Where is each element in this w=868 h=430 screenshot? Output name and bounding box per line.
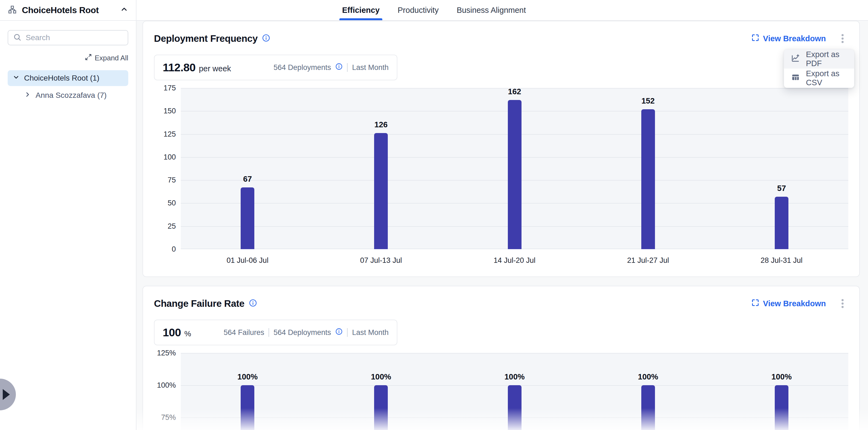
bar bbox=[508, 100, 522, 249]
x-axis-label: 28 Jul-31 Jul bbox=[761, 256, 802, 265]
bar bbox=[374, 133, 388, 249]
search-box bbox=[8, 30, 128, 45]
menu-item-label: Export as PDF bbox=[806, 50, 847, 68]
view-breakdown-label: View Breakdown bbox=[763, 34, 826, 43]
tab-business-alignment[interactable]: Business Alignment bbox=[454, 0, 529, 20]
bar bbox=[374, 385, 388, 430]
change-failure-rate-card: Change Failure Rate bbox=[143, 286, 860, 430]
sidebar-collapse-chevron-up-icon[interactable] bbox=[120, 5, 128, 15]
y-axis: 0255075100125150175 bbox=[154, 88, 176, 249]
plot-area: 6712616215257 bbox=[181, 88, 848, 249]
stat-value: 112.80 bbox=[163, 61, 195, 74]
bar-value-label: 100% bbox=[371, 372, 391, 382]
tab-bar: Efficiency Productivity Business Alignme… bbox=[339, 0, 529, 20]
deployment-frequency-card: Deployment Frequency bbox=[143, 21, 860, 277]
chevron-right-icon bbox=[24, 91, 31, 100]
x-axis-label: 01 Jul-06 Jul bbox=[227, 256, 269, 265]
sidebar-collapse-handle[interactable] bbox=[0, 378, 16, 410]
info-icon[interactable] bbox=[249, 299, 257, 308]
stat-value: 100 bbox=[163, 326, 181, 339]
bar-value-label: 67 bbox=[243, 174, 252, 184]
x-axis: 01 Jul-06 Jul07 Jul-13 Jul14 Jul-20 Jul2… bbox=[154, 249, 848, 267]
y-tick-label: 100% bbox=[157, 381, 176, 390]
y-tick-label: 150 bbox=[163, 107, 176, 115]
y-tick-label: 100 bbox=[163, 153, 176, 161]
y-tick-label: 125 bbox=[163, 130, 176, 138]
chart-export-icon bbox=[791, 54, 800, 64]
expand-all-icon bbox=[85, 54, 92, 63]
chevron-down-icon bbox=[12, 74, 20, 83]
menu-item-export-pdf[interactable]: Export as PDF bbox=[784, 49, 854, 69]
divider bbox=[269, 328, 269, 337]
bar bbox=[775, 197, 788, 249]
x-axis-label: 07 Jul-13 Jul bbox=[360, 256, 402, 265]
tree-item-anna-scozzafava[interactable]: Anna Scozzafava (7) bbox=[8, 88, 128, 102]
deployments-count: 564 Deployments bbox=[274, 328, 331, 337]
bar bbox=[241, 188, 254, 249]
org-tree: ChoiceHotels Root (1) Anna Scozzafava (7… bbox=[8, 70, 128, 102]
tab-efficiency[interactable]: Efficiency bbox=[339, 0, 382, 20]
view-breakdown-button[interactable]: View Breakdown bbox=[751, 299, 826, 308]
kebab-menu-button[interactable] bbox=[837, 32, 848, 45]
card-title: Deployment Frequency bbox=[154, 33, 258, 44]
period-label: Last Month bbox=[352, 63, 389, 72]
y-tick-label: 25 bbox=[168, 222, 176, 230]
change-failure-rate-chart: 0%25%50%75%100%125% 100%100%100%100%100% bbox=[154, 353, 848, 430]
card-title: Change Failure Rate bbox=[154, 298, 245, 309]
y-tick-label: 50 bbox=[168, 199, 176, 207]
plot-area: 100%100%100%100%100% bbox=[181, 353, 848, 430]
sidebar-header: ChoiceHotels Root bbox=[0, 0, 136, 21]
deployments-count: 564 Deployments bbox=[274, 63, 331, 72]
tree-item-label: Anna Scozzafava (7) bbox=[36, 91, 107, 100]
y-tick-label: 75 bbox=[168, 176, 176, 185]
info-icon[interactable] bbox=[335, 63, 343, 72]
play-arrow-icon bbox=[3, 389, 10, 400]
expand-corners-icon bbox=[751, 299, 759, 308]
tree-item-choicehotels-root[interactable]: ChoiceHotels Root (1) bbox=[8, 70, 128, 86]
bar bbox=[241, 385, 254, 430]
export-dropdown-menu: Export as PDF Export as CSV bbox=[784, 49, 854, 88]
dashboard-content: Deployment Frequency bbox=[136, 21, 868, 430]
bar-value-label: 100% bbox=[237, 372, 258, 382]
menu-item-label: Export as CSV bbox=[806, 69, 847, 87]
x-axis-label: 21 Jul-27 Jul bbox=[627, 256, 669, 265]
divider bbox=[347, 328, 348, 337]
y-tick-label: 125% bbox=[157, 349, 176, 357]
top-navigation: Efficiency Productivity Business Alignme… bbox=[136, 0, 868, 21]
y-axis: 0%25%50%75%100%125% bbox=[154, 353, 176, 430]
menu-item-export-csv[interactable]: Export as CSV bbox=[784, 69, 854, 88]
bar-value-label: 100% bbox=[772, 372, 792, 382]
bar-value-label: 57 bbox=[777, 184, 786, 193]
search-input[interactable] bbox=[26, 33, 123, 42]
divider bbox=[347, 63, 348, 72]
bar bbox=[775, 385, 788, 430]
info-icon[interactable] bbox=[262, 34, 270, 43]
stat-unit: per week bbox=[199, 64, 231, 73]
gridline bbox=[181, 353, 848, 354]
bar-value-label: 126 bbox=[374, 120, 388, 129]
bar-value-label: 162 bbox=[508, 87, 521, 96]
view-breakdown-label: View Breakdown bbox=[763, 299, 826, 308]
sidebar: ChoiceHotels Root bbox=[0, 0, 136, 430]
sidebar-title: ChoiceHotels Root bbox=[22, 5, 115, 15]
bar-value-label: 100% bbox=[638, 372, 658, 382]
kebab-menu-button[interactable] bbox=[837, 297, 848, 310]
change-failure-rate-stat: 100 % 564 Failures 564 Deployments bbox=[154, 320, 397, 345]
expand-all-button[interactable]: Expand All bbox=[8, 54, 128, 63]
y-tick-label: 75% bbox=[161, 414, 176, 422]
sidebar-body: Expand All ChoiceHotels Root (1) bbox=[0, 21, 136, 112]
deployment-frequency-chart: 0255075100125150175 6712616215257 bbox=[154, 88, 848, 249]
org-hierarchy-icon bbox=[8, 5, 17, 15]
info-icon[interactable] bbox=[335, 328, 343, 337]
period-label: Last Month bbox=[352, 328, 389, 337]
bar-value-label: 152 bbox=[641, 96, 654, 105]
app-root: ChoiceHotels Root bbox=[0, 0, 868, 430]
y-tick-label: 175 bbox=[163, 84, 176, 92]
stat-unit: % bbox=[184, 329, 191, 338]
expand-all-label: Expand All bbox=[95, 54, 128, 62]
bar-value-label: 100% bbox=[504, 372, 525, 382]
tab-productivity[interactable]: Productivity bbox=[395, 0, 441, 20]
view-breakdown-button[interactable]: View Breakdown bbox=[751, 34, 826, 43]
failures-count: 564 Failures bbox=[224, 328, 265, 337]
main-area: Efficiency Productivity Business Alignme… bbox=[136, 0, 868, 430]
